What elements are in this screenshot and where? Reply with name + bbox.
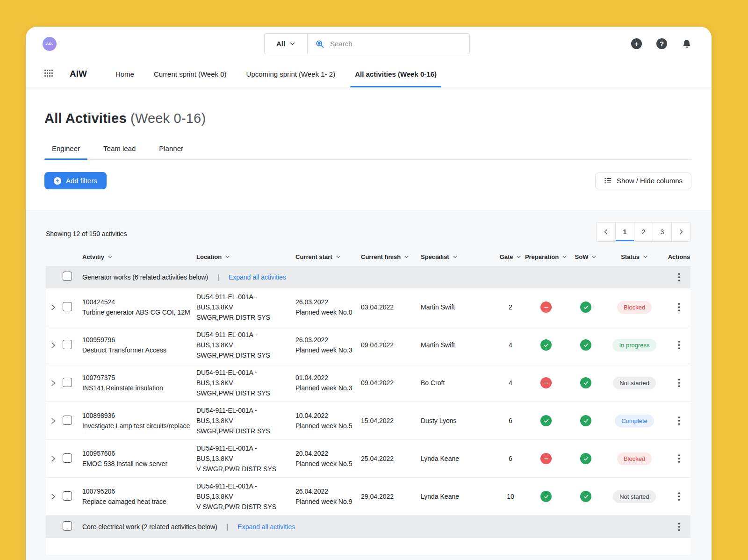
sow-status-icon: [580, 377, 591, 388]
tab-planner[interactable]: Planner: [151, 144, 191, 159]
column-label: Preparation: [525, 253, 559, 260]
current-start-date: 10.04.2022: [295, 410, 361, 421]
table-filler: [46, 538, 690, 555]
column-label: Current start: [295, 253, 332, 260]
row-actions-menu[interactable]: [668, 452, 690, 464]
page-title-suffix: (Week 0-16): [130, 111, 206, 126]
group-checkbox[interactable]: [63, 272, 72, 281]
current-finish-date: 03.04.2022: [361, 303, 421, 311]
results-summary: Showing 12 of 150 activities: [46, 230, 127, 237]
row-actions-menu[interactable]: [668, 339, 690, 351]
apps-grid-icon[interactable]: [44, 70, 54, 78]
expand-all-activities-link[interactable]: Expand all activities: [237, 523, 295, 531]
column-label: Gate: [500, 253, 513, 260]
column-label: Status: [621, 253, 640, 260]
chevron-down-icon: [591, 254, 597, 259]
column-header-activity[interactable]: Actvitiy: [82, 253, 196, 260]
tab-team-lead[interactable]: Team lead: [96, 144, 143, 159]
expand-row-icon[interactable]: [50, 342, 63, 349]
tab-engineer[interactable]: Engineer: [44, 144, 87, 159]
column-header-gate[interactable]: Gate: [499, 253, 522, 260]
expand-row-icon[interactable]: [50, 304, 63, 311]
search-scope-dropdown[interactable]: All: [265, 34, 308, 54]
table-row: 100957606EMOC 538 Install new server DU5…: [46, 440, 690, 478]
add-filters-button[interactable]: + Add filters: [44, 172, 107, 189]
chevron-down-icon: [643, 254, 648, 259]
activity-name: Destruct Transformer Access: [82, 345, 196, 355]
sow-status-icon: [580, 453, 591, 464]
chevron-down-icon: [453, 254, 458, 259]
nav-item-current-sprint[interactable]: Current sprint (Week 0): [149, 61, 231, 87]
nav-item-upcoming-sprint[interactable]: Upcoming sprint (Week 1- 2): [242, 61, 340, 87]
pagination-page-3[interactable]: 3: [653, 223, 671, 241]
column-label: Specialist: [421, 253, 449, 260]
group-actions-menu[interactable]: [668, 271, 690, 283]
pagination-next[interactable]: [671, 223, 690, 241]
expand-row-icon[interactable]: [50, 493, 63, 500]
activity-name: INS141 Reinstate insulation: [82, 383, 196, 393]
column-header-preparation[interactable]: Preparation: [522, 253, 570, 260]
column-header-current-finish[interactable]: Current finish: [361, 253, 421, 260]
activity-id: 100795206: [82, 486, 196, 496]
column-header-location[interactable]: Location: [196, 253, 295, 260]
group-checkbox[interactable]: [63, 521, 72, 531]
pagination-page-1[interactable]: 1: [615, 223, 634, 241]
add-button[interactable]: +: [631, 38, 642, 49]
row-checkbox[interactable]: [63, 340, 72, 349]
row-checkbox[interactable]: [63, 416, 72, 425]
row-checkbox[interactable]: [63, 491, 72, 501]
column-header-sow[interactable]: SoW: [570, 253, 601, 260]
current-finish-date: 09.04.2022: [361, 379, 421, 387]
row-actions-menu[interactable]: [668, 377, 690, 388]
column-label: Actions: [668, 253, 690, 260]
add-filters-label: Add filters: [66, 177, 97, 185]
main-nav: AIW Home Current sprint (Week 0) Upcomin…: [26, 61, 712, 87]
column-header-current-start[interactable]: Current start: [295, 253, 361, 260]
page-title: All Activities (Week 0-16): [44, 111, 691, 126]
row-checkbox[interactable]: [63, 302, 72, 311]
search-input[interactable]: [330, 40, 462, 48]
activity-id: 100797375: [82, 373, 196, 383]
help-button[interactable]: ?: [656, 38, 667, 49]
row-checkbox[interactable]: [63, 378, 72, 387]
row-actions-menu[interactable]: [668, 301, 690, 313]
column-label: Location: [196, 253, 222, 260]
pagination-page-2[interactable]: 2: [634, 223, 653, 241]
sow-status-icon: [580, 415, 591, 426]
avatar[interactable]: AG.: [43, 37, 57, 51]
column-header-specialist[interactable]: Specialist: [421, 253, 499, 260]
location-line1: DU54-911-EL-001A - BUS,13.8KV: [196, 481, 295, 502]
status-badge: Not started: [613, 377, 656, 389]
panel-head: Showing 12 of 150 activities 1 2 3: [46, 222, 690, 242]
chevron-down-icon: [516, 254, 521, 259]
toolbar: + Add filters Show / Hide columns: [44, 172, 691, 189]
row-checkbox[interactable]: [63, 453, 72, 463]
expand-all-activities-link[interactable]: Expand all activities: [229, 273, 286, 281]
show-hide-columns-button[interactable]: Show / Hide columns: [595, 172, 691, 189]
expand-row-icon[interactable]: [50, 380, 63, 387]
location-line1: DU54-911-EL-001A - BUS,13.8KV: [196, 405, 295, 426]
current-start-week: Planned week No.0: [295, 307, 361, 317]
current-start-week: Planned week No.3: [295, 383, 361, 393]
group-divider: |: [227, 523, 229, 531]
expand-row-icon[interactable]: [50, 455, 63, 462]
page-title-main: All Activities: [44, 111, 127, 126]
specialist-name: Martin Swift: [421, 341, 499, 349]
column-header-status[interactable]: Status: [601, 253, 668, 260]
notifications-bell-icon[interactable]: [682, 39, 692, 49]
row-actions-menu[interactable]: [668, 415, 690, 426]
gate-value: 2: [499, 303, 522, 311]
group-actions-menu[interactable]: [668, 521, 690, 532]
nav-item-home[interactable]: Home: [111, 61, 139, 87]
row-actions-menu[interactable]: [668, 490, 690, 502]
topbar-actions: + ?: [631, 38, 692, 49]
brand-logo[interactable]: AIW: [70, 69, 87, 79]
sow-status-icon: [580, 491, 591, 502]
chevron-down-icon: [289, 41, 295, 47]
search-icon: [315, 39, 324, 49]
nav-item-all-activities[interactable]: All activities (Week 0-16): [350, 61, 441, 87]
expand-row-icon[interactable]: [50, 417, 63, 424]
current-start-date: 01.04.2022: [295, 373, 361, 383]
pagination-prev[interactable]: [597, 223, 615, 241]
activity-id: 100959796: [82, 335, 196, 345]
